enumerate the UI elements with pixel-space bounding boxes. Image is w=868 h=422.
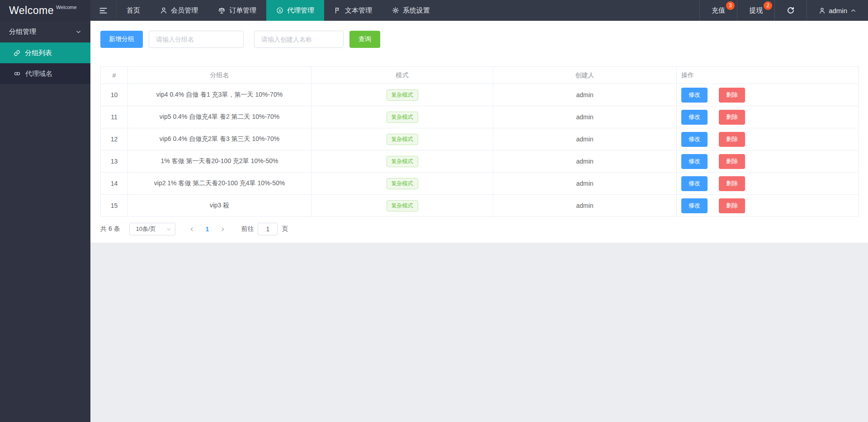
chevron-down-icon	[166, 227, 171, 232]
nav-item-label: 会员管理	[171, 6, 198, 15]
mode-badge: 复杂模式	[387, 134, 418, 145]
cell-mode: 复杂模式	[311, 173, 493, 195]
goto-label: 前往	[241, 225, 254, 233]
withdraw-label: 提现	[749, 6, 763, 15]
edit-button[interactable]: 修改	[681, 176, 708, 191]
nav-item-texts[interactable]: 文本管理	[324, 0, 382, 21]
cell-group-name: vip3 殺	[128, 195, 311, 217]
app-logo: Welcome Welcome	[0, 0, 90, 21]
group-name-input[interactable]	[149, 31, 244, 48]
link-icon	[14, 50, 20, 56]
col-group-name: 分组名	[128, 67, 311, 84]
mode-badge: 复杂模式	[387, 156, 418, 167]
delete-button[interactable]: 删除	[719, 198, 745, 213]
edit-button[interactable]: 修改	[681, 110, 708, 125]
recharge-button[interactable]: 充值 3	[699, 0, 737, 21]
app-logo-tag: Welcome	[56, 5, 77, 10]
nav-item-label: 文本管理	[345, 6, 372, 15]
goto-page-input[interactable]	[258, 223, 278, 235]
table-header-row: # 分组名 模式 创建人 操作	[101, 67, 859, 84]
navbar-right: 充值 3 提现 2 admin	[699, 0, 868, 21]
content-card: 新增分组 查询 # 分组名 模式 创建人 操作 10 vip4 0.4% 自做 …	[90, 21, 868, 243]
delete-button[interactable]: 删除	[719, 154, 745, 169]
sidebar-submenu: 分组列表 代理域名	[0, 42, 90, 84]
goto-suffix: 页	[282, 225, 288, 233]
cell-creator: admin	[493, 173, 677, 195]
cell-creator: admin	[493, 106, 677, 128]
nav-item-label: 首页	[127, 6, 140, 15]
edit-button[interactable]: 修改	[681, 88, 708, 103]
recharge-badge: 3	[726, 1, 735, 10]
cell-actions: 修改 删除	[677, 150, 859, 173]
user-icon	[819, 7, 826, 14]
table-row: 14 vip2 1% 客做 第二天養20-100 充4單 10%-50% 复杂模…	[101, 173, 859, 195]
cell-id: 15	[101, 195, 128, 217]
cell-mode: 复杂模式	[311, 84, 493, 106]
col-creator: 创建人	[493, 67, 677, 84]
delete-button[interactable]: 删除	[719, 88, 745, 103]
delete-button[interactable]: 删除	[719, 110, 745, 125]
cell-group-name: vip5 0.4% 自做充4單 養2 第二天 10%-70%	[128, 106, 311, 128]
search-button[interactable]: 查询	[349, 31, 380, 48]
sidebar-group-management[interactable]: 分组管理	[0, 21, 90, 42]
nav-item-label: 系统设置	[403, 6, 430, 15]
withdraw-badge: 2	[764, 1, 772, 10]
mode-badge: 复杂模式	[387, 112, 418, 123]
cell-actions: 修改 删除	[677, 84, 859, 106]
cell-id: 14	[101, 173, 128, 195]
page-size-value: 10条/页	[136, 225, 156, 233]
delete-button[interactable]: 删除	[719, 132, 745, 147]
app-logo-name: Welcome	[9, 5, 54, 17]
edit-button[interactable]: 修改	[681, 198, 708, 213]
nav-item-home[interactable]: 首页	[117, 0, 150, 21]
cell-mode: 复杂模式	[311, 150, 493, 173]
cell-creator: admin	[493, 128, 677, 150]
cell-id: 13	[101, 150, 128, 173]
cell-creator: admin	[493, 150, 677, 173]
pagination: 共 6 条 10条/页 1 前往 页	[100, 223, 859, 235]
user-menu[interactable]: admin	[807, 0, 868, 21]
col-actions: 操作	[677, 67, 859, 84]
add-group-button[interactable]: 新增分组	[100, 31, 143, 48]
cell-creator: admin	[493, 84, 677, 106]
page-size-select[interactable]: 10条/页	[129, 223, 175, 235]
chevron-down-icon	[75, 29, 81, 35]
pagination-total: 共 6 条	[100, 225, 120, 233]
cell-group-name: 1% 客做 第一天養20-100 充2單 10%-50%	[128, 150, 311, 173]
cell-mode: 复杂模式	[311, 106, 493, 128]
cell-group-name: vip6 0.4% 自做充2單 養3 第三天 10%-70%	[128, 128, 311, 150]
cell-actions: 修改 删除	[677, 195, 859, 217]
main-content: 新增分组 查询 # 分组名 模式 创建人 操作 10 vip4 0.4% 自做 …	[90, 21, 868, 422]
hamburger-icon	[99, 6, 108, 15]
nav-item-settings[interactable]: 系统设置	[382, 0, 440, 21]
cell-id: 10	[101, 84, 128, 106]
prev-page-button[interactable]	[184, 226, 200, 232]
next-page-button[interactable]	[214, 226, 231, 232]
cell-group-name: vip4 0.4% 自做 養1 充3單，第一天 10%-70%	[128, 84, 311, 106]
username-label: admin	[829, 7, 847, 14]
sidebar-item-group-list[interactable]: 分组列表	[0, 42, 90, 63]
page-number-1[interactable]: 1	[200, 225, 215, 233]
sidebar-item-agent-domain[interactable]: 代理域名	[0, 63, 90, 84]
cell-actions: 修改 删除	[677, 128, 859, 150]
nav-item-agents[interactable]: $ 代理管理	[266, 0, 324, 21]
table-row: 11 vip5 0.4% 自做充4單 養2 第二天 10%-70% 复杂模式 a…	[101, 106, 859, 128]
cell-creator: admin	[493, 195, 677, 217]
edit-button[interactable]: 修改	[681, 132, 708, 147]
nav-item-members[interactable]: 会员管理	[150, 0, 208, 21]
delete-button[interactable]: 删除	[719, 176, 745, 191]
creator-name-input[interactable]	[254, 31, 344, 48]
sidebar-collapse-toggle[interactable]	[90, 0, 117, 21]
edit-button[interactable]: 修改	[681, 154, 708, 169]
flag-icon	[334, 7, 341, 14]
chevron-up-icon	[850, 8, 856, 14]
col-mode: 模式	[311, 67, 493, 84]
refresh-button[interactable]	[774, 0, 807, 21]
cell-group-name: vip2 1% 客做 第二天養20-100 充4單 10%-50%	[128, 173, 311, 195]
cell-actions: 修改 删除	[677, 173, 859, 195]
nav-item-orders[interactable]: 订单管理	[208, 0, 266, 21]
gear-icon	[392, 7, 399, 14]
withdraw-button[interactable]: 提现 2	[737, 0, 774, 21]
top-navbar: Welcome Welcome 首页 会员管理 订单管理 $ 代理管理 文本管理	[0, 0, 868, 21]
user-icon	[160, 7, 167, 14]
